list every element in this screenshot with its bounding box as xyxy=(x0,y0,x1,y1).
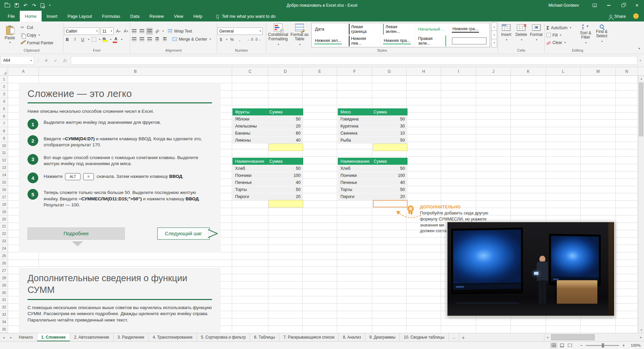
share-button[interactable]: Share xyxy=(609,14,626,19)
table-row[interactable]: Пироги20 xyxy=(232,193,303,200)
select-all-corner[interactable] xyxy=(0,67,8,76)
table-row[interactable]: Печенье40 xyxy=(338,179,408,186)
user-name[interactable]: Michael Gordeev xyxy=(548,3,579,8)
cell-style-левая-граница[interactable]: Левая граница xyxy=(346,23,381,35)
font-color-caret-icon[interactable]: ▾ xyxy=(121,38,122,41)
table-row[interactable]: Торты50 xyxy=(232,186,303,193)
print-preview-icon[interactable] xyxy=(41,3,44,8)
find-select-button[interactable]: Find & Select ▾ xyxy=(594,22,610,48)
gallery-down-icon[interactable]: ▾ xyxy=(491,31,497,39)
align-bottom-button[interactable] xyxy=(146,28,153,35)
row-header-22[interactable]: 22 xyxy=(0,230,8,238)
row-header-14[interactable]: 14 xyxy=(0,171,8,179)
row-header-31[interactable]: 31 xyxy=(0,296,8,304)
tabs-scroll-right-icon[interactable]: ▸ xyxy=(7,333,15,341)
row-header-18[interactable]: 18 xyxy=(0,201,8,208)
row-header-2[interactable]: 2 xyxy=(0,83,8,91)
orientation-button[interactable]: ab xyxy=(154,28,160,35)
format-cells-button[interactable]: Format ▾ xyxy=(529,22,544,48)
cell-style-нижняя-зел[interactable]: Нижняя зел... xyxy=(312,35,346,47)
row-header-4[interactable]: 4 xyxy=(0,98,8,105)
decrease-indent-button[interactable]: ◂ xyxy=(154,36,160,43)
next-step-button[interactable]: Следующий шаг xyxy=(157,228,210,240)
sheet-tab-5-сортировка-и-фильтр[interactable]: 5. Сортировка и фильтр xyxy=(197,333,250,341)
format-painter-button[interactable]: Format Painter xyxy=(19,40,54,46)
cell-style-empty[interactable] xyxy=(449,35,490,47)
menu-tab-formulas[interactable]: Formulas xyxy=(97,11,125,21)
sheet-tab-7-раскрывающиеся-списки[interactable]: 7. Раскрывающиеся списки xyxy=(279,333,339,341)
scroll-up-icon[interactable]: ▴ xyxy=(638,76,644,82)
tutorial-video-overlay[interactable] xyxy=(447,221,615,316)
align-left-button[interactable] xyxy=(131,36,137,43)
row-header-5[interactable]: 5 xyxy=(0,105,8,113)
row-header-24[interactable]: 24 xyxy=(0,245,8,252)
new-sheet-button[interactable]: + xyxy=(459,333,467,341)
row-header-12[interactable]: 12 xyxy=(0,157,8,164)
autosum-button[interactable]: Σ AutoSum ▾ xyxy=(545,24,578,31)
sheet-tab-3-разделение[interactable]: 3. Разделение xyxy=(114,333,149,341)
ribbon-display-options-button[interactable]: ▴ xyxy=(588,0,602,11)
column-header-N[interactable]: N xyxy=(616,67,638,76)
formula-splitter-icon[interactable]: ⋮ xyxy=(34,58,42,63)
borders-button[interactable] xyxy=(91,36,97,43)
zoom-percent[interactable]: 100% xyxy=(628,343,641,347)
sheet-tab-2-автозаполнение[interactable]: 2. Автозаполнение xyxy=(70,333,114,341)
fill-color-button[interactable] xyxy=(102,36,108,43)
zoom-out-button[interactable]: − xyxy=(580,343,583,348)
paste-button[interactable]: Paste ▾ xyxy=(1,22,19,48)
font-size-select[interactable]: 11 ▾ xyxy=(101,28,114,35)
currency-button[interactable]: $ xyxy=(218,36,224,43)
fill-button[interactable]: ↓ Fill ▾ xyxy=(545,32,578,39)
row-header-3[interactable]: 3 xyxy=(0,91,8,98)
italic-button[interactable]: I xyxy=(72,36,78,43)
sheet-tab-6-таблицы[interactable]: 6. Таблицы xyxy=(250,333,279,341)
table-row[interactable]: Торты50 xyxy=(338,186,408,193)
increase-indent-button[interactable]: ▸ xyxy=(162,36,168,43)
enter-entry-icon[interactable]: ✓ xyxy=(51,56,60,65)
shrink-font-button[interactable]: A xyxy=(123,28,129,35)
formula-input[interactable] xyxy=(71,56,637,65)
row-header-26[interactable]: 26 xyxy=(0,260,8,267)
vertical-scrollbar[interactable]: ▴ ▾ xyxy=(638,76,644,333)
row-header-7[interactable]: 7 xyxy=(0,120,8,127)
zoom-slider-thumb[interactable] xyxy=(602,343,604,348)
cell-style-левая-зелен[interactable]: Левая зелен... xyxy=(380,23,415,35)
row-header-32[interactable]: 32 xyxy=(0,304,8,311)
row-header-27[interactable]: 27 xyxy=(0,267,8,274)
undo-icon[interactable]: ↶ xyxy=(23,3,28,8)
table-row[interactable]: Лимоны40 xyxy=(232,137,303,144)
save-icon[interactable] xyxy=(15,3,19,7)
column-header-C[interactable]: C xyxy=(232,67,268,76)
yellow-answer-cell[interactable] xyxy=(373,144,408,151)
cell-style-дата[interactable]: Дата xyxy=(312,23,346,35)
table-row[interactable]: Пироги20 xyxy=(338,193,408,200)
column-header-G[interactable]: G xyxy=(372,67,407,76)
hscroll-thumb[interactable] xyxy=(551,334,595,340)
menu-tab-help[interactable]: Help xyxy=(188,11,207,21)
table-row[interactable]: Свинина10 xyxy=(338,130,408,137)
table-row[interactable]: Яблоки50 xyxy=(232,115,303,122)
insert-cells-button[interactable]: Insert ▾ xyxy=(499,22,514,48)
grow-font-button[interactable]: A xyxy=(115,28,121,35)
menu-tab-data[interactable]: Data xyxy=(125,11,144,21)
row-header-25[interactable]: 25 xyxy=(0,252,8,260)
align-middle-button[interactable] xyxy=(139,28,145,35)
copy-button[interactable]: Copy ▾ xyxy=(19,32,54,39)
cut-button[interactable]: ✂ Cut xyxy=(19,24,54,31)
menu-tab-file[interactable]: File xyxy=(3,11,20,21)
menu-tab-review[interactable]: Review xyxy=(145,11,169,21)
align-center-button[interactable] xyxy=(139,36,145,43)
tabs-scroll-left-icon[interactable]: ◂ xyxy=(0,333,7,341)
bold-button[interactable]: B xyxy=(64,36,70,43)
cell-style-начальный[interactable]: Начальный ... xyxy=(415,23,449,35)
table-row[interactable]: Печенье40 xyxy=(232,179,303,186)
table-row[interactable]: Пончики100 xyxy=(338,172,408,179)
increase-decimal-button[interactable]: ←.0 xyxy=(247,36,253,43)
tell-me-box[interactable]: Tell me what you want to do xyxy=(216,11,275,21)
collapse-ribbon-icon[interactable]: ▴ xyxy=(638,46,640,50)
row-header-13[interactable]: 13 xyxy=(0,164,8,171)
fill-caret-icon[interactable]: ▾ xyxy=(110,38,111,41)
redo-icon[interactable]: ↷ xyxy=(32,3,36,8)
row-header-8[interactable]: 8 xyxy=(0,127,8,135)
number-format-select[interactable]: General ▾ xyxy=(218,28,263,35)
